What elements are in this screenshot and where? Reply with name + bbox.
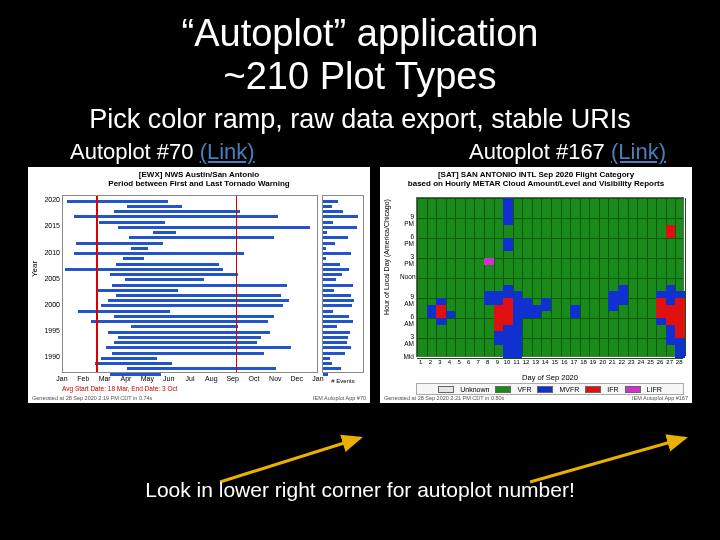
heatmap-cell: [675, 298, 685, 305]
heatmap-cell: [666, 298, 676, 305]
heatmap-cell: [666, 311, 676, 318]
year-bar: [108, 299, 289, 302]
chart-70-footer-right: IEM Autoplot App #70: [313, 395, 366, 401]
heatmap-cell: [503, 211, 513, 218]
xtick: Apr: [121, 375, 132, 382]
heatmap-cell: [513, 291, 523, 298]
heatmap-cell: [436, 311, 446, 318]
chart-70-title: [EWX] NWS Austin/San Antonio Period betw…: [28, 167, 370, 188]
heatmap-cell: [675, 305, 685, 312]
xtick: 23: [628, 359, 635, 365]
year-bar: [116, 263, 218, 266]
xtick: 10: [504, 359, 511, 365]
svg-line-1: [530, 438, 685, 482]
heatmap-cell: [494, 325, 504, 332]
hist-bar: [323, 352, 345, 355]
heatmap-cell: [675, 338, 685, 345]
heatmap-cell: [513, 298, 523, 305]
hist-bar: [323, 373, 328, 376]
legend-label: Unknown: [460, 386, 489, 393]
xtick: 8: [486, 359, 489, 365]
xtick: 19: [590, 359, 597, 365]
ytick: 6 AM: [400, 313, 414, 327]
xtick: Jul: [186, 375, 195, 382]
heatmap-cell: [666, 225, 676, 232]
heatmap-cell: [522, 311, 532, 318]
heatmap-cell: [675, 351, 685, 358]
year-bar: [91, 320, 268, 323]
chart-70-avg-label: Avg Start Date: 18 Mar, End Date: 3 Oct: [62, 385, 178, 392]
avg-line: [236, 196, 238, 372]
right-caption-link[interactable]: (Link): [611, 139, 666, 164]
heatmap-cell: [666, 305, 676, 312]
heatmap-cell: [666, 318, 676, 325]
heatmap-cell: [513, 325, 523, 332]
heatmap-cell: [494, 298, 504, 305]
year-bar: [65, 268, 223, 271]
hist-bar: [323, 263, 340, 266]
xtick: May: [141, 375, 154, 382]
heatmap-cell: [503, 345, 513, 352]
year-bar: [129, 236, 274, 239]
heatmap-cell: [503, 298, 513, 305]
heatmap-cell: [675, 291, 685, 298]
heatmap-cell: [513, 345, 523, 352]
heatmap-cell: [513, 338, 523, 345]
year-bar: [74, 215, 279, 218]
hist-bar: [323, 315, 349, 318]
heatmap-cell: [618, 285, 628, 292]
heatmap-cell: [494, 331, 504, 338]
heatmap-cell: [513, 351, 523, 358]
chart-167-xlabel: Day of Sep 2020: [416, 373, 684, 382]
xtick: 5: [457, 359, 460, 365]
hist-bar: [323, 357, 330, 360]
chart-167-legend: UnknownVFRMVFRIFRLIFR: [416, 383, 684, 395]
xtick: 24: [638, 359, 645, 365]
xtick: 22: [618, 359, 625, 365]
xtick: 26: [657, 359, 664, 365]
xtick: 21: [609, 359, 616, 365]
chart-70-plot-area: [62, 195, 318, 373]
hist-bar: [323, 268, 349, 271]
xtick: 20: [599, 359, 606, 365]
heatmap-cell: [427, 305, 437, 312]
heatmap-cell: [666, 331, 676, 338]
chart-70-title-l1: [EWX] NWS Austin/San Antonio: [28, 170, 370, 179]
chart-70-xticks: JanFebMarAprMayJunJulAugSepOctNovDecJan: [62, 375, 318, 385]
slide-title: “Autoplot” application ~210 Plot Types: [0, 0, 720, 98]
hist-bar: [323, 242, 335, 245]
heatmap-cell: [618, 298, 628, 305]
xtick: 27: [666, 359, 673, 365]
heatmap-cell: [503, 198, 513, 205]
year-bar: [131, 247, 148, 250]
hist-bar: [323, 236, 348, 239]
heatmap-cell: [666, 291, 676, 298]
hist-bar: [323, 336, 348, 339]
xtick: 3: [438, 359, 441, 365]
hist-bar: [323, 362, 332, 365]
xtick: Jan: [312, 375, 323, 382]
legend-swatch: [537, 386, 553, 393]
ytick: 6 PM: [400, 233, 414, 247]
hist-bar: [323, 257, 326, 260]
ytick: 2020: [40, 196, 60, 203]
heatmap-cell: [675, 345, 685, 352]
hist-bar: [323, 346, 351, 349]
xtick: 4: [448, 359, 451, 365]
xtick: 15: [551, 359, 558, 365]
heatmap-cell: [436, 318, 446, 325]
hist-bar: [323, 367, 341, 370]
left-caption-link[interactable]: (Link): [200, 139, 255, 164]
heatmap-cell: [436, 298, 446, 305]
ytick: 1990: [40, 353, 60, 360]
year-bar: [97, 289, 178, 292]
ytick: 3 PM: [400, 253, 414, 267]
xtick: 13: [532, 359, 539, 365]
xtick: Jan: [56, 375, 67, 382]
ytick: 9 AM: [400, 293, 414, 307]
heatmap-cell: [513, 331, 523, 338]
ytick: 3 AM: [400, 333, 414, 347]
legend-swatch: [495, 386, 511, 393]
chart-70-histogram: # Events: [322, 195, 364, 373]
hist-bar: [323, 320, 353, 323]
